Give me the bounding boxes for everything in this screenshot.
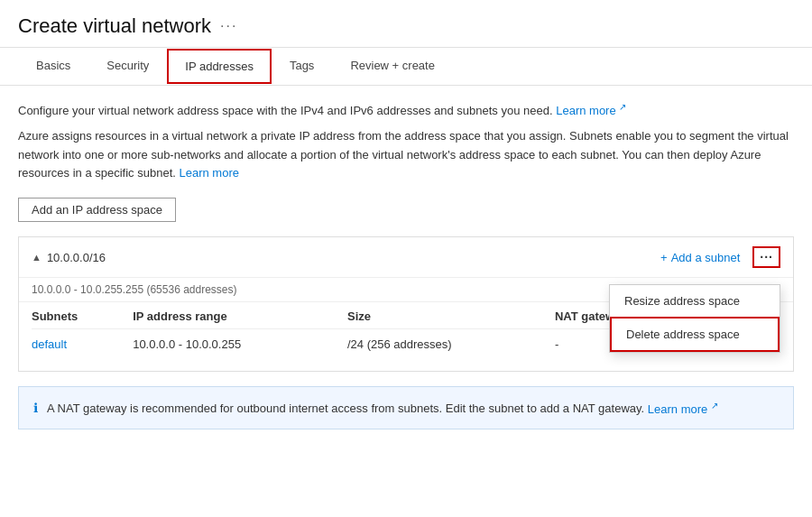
address-space-cidr: 10.0.0.0/16	[47, 251, 648, 264]
learn-more-link-2[interactable]: Learn more	[180, 166, 239, 180]
info-learn-more-link[interactable]: Learn more ↗	[648, 402, 718, 416]
description-1: Configure your virtual network address s…	[18, 100, 794, 120]
page-header: Create virtual network ···	[0, 0, 812, 48]
tab-ip-addresses[interactable]: IP addresses	[167, 49, 272, 84]
tab-security[interactable]: Security	[88, 48, 167, 85]
page-title: Create virtual network	[18, 14, 211, 38]
tab-basics[interactable]: Basics	[18, 48, 88, 85]
tab-review-create[interactable]: Review + create	[332, 48, 453, 85]
address-space-card: ▲ 10.0.0.0/16 + Add a subnet ··· Resize …	[18, 236, 794, 372]
delete-address-space-item[interactable]: Delete address space	[610, 317, 780, 352]
collapse-icon[interactable]: ▲	[32, 252, 42, 263]
tabs-bar: Basics Security IP addresses Tags Review…	[0, 48, 812, 86]
learn-more-link-1[interactable]: Learn more ↗	[556, 104, 626, 117]
plus-icon: +	[660, 251, 668, 264]
more-options-button[interactable]: ···	[752, 246, 780, 268]
col-size: Size	[347, 302, 555, 329]
description-2: Azure assigns resources in a virtual net…	[18, 127, 794, 183]
col-subnets: Subnets	[32, 302, 133, 329]
header-more-icon[interactable]: ···	[220, 18, 237, 34]
subnet-name-cell: default	[32, 329, 133, 359]
col-ip-range: IP address range	[133, 302, 347, 329]
content-area: Configure your virtual network address s…	[0, 86, 812, 444]
context-menu: Resize address space Delete address spac…	[609, 284, 780, 353]
resize-address-space-item[interactable]: Resize address space	[610, 285, 780, 317]
add-ip-address-space-button[interactable]: Add an IP address space	[18, 198, 176, 222]
subnet-link[interactable]: default	[32, 337, 67, 351]
info-banner: ℹ A NAT gateway is recommended for outbo…	[18, 386, 794, 429]
subnet-size-cell: /24 (256 addresses)	[347, 329, 555, 359]
add-subnet-button[interactable]: + Add a subnet	[653, 247, 747, 268]
info-icon: ℹ	[33, 399, 38, 418]
tab-tags[interactable]: Tags	[272, 48, 332, 85]
subnet-ip-range-cell: 10.0.0.0 - 10.0.0.255	[133, 329, 347, 359]
info-banner-text: A NAT gateway is recommended for outboun…	[47, 398, 718, 418]
card-header: ▲ 10.0.0.0/16 + Add a subnet ··· Resize …	[19, 237, 793, 278]
